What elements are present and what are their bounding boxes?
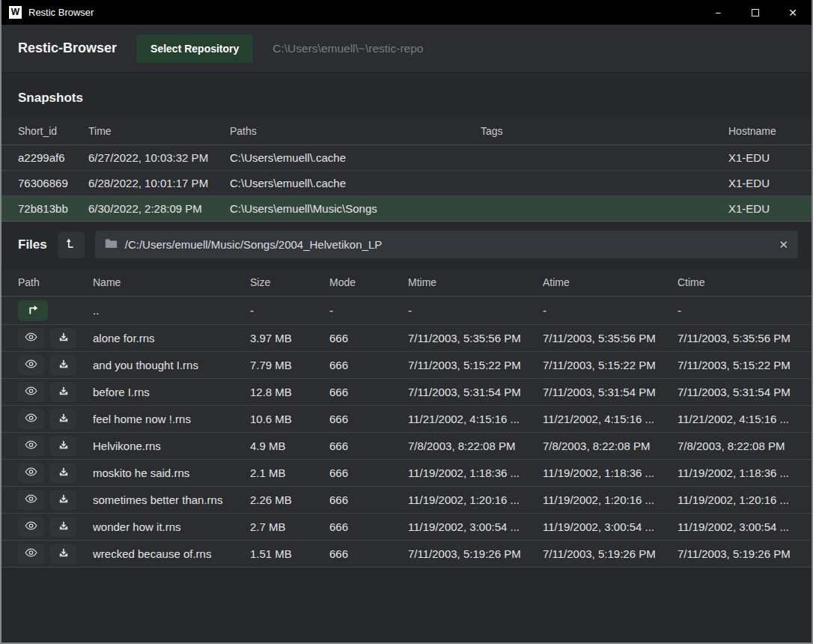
preview-button[interactable] <box>18 382 44 402</box>
snapshot-row[interactable]: 72b813bb 6/30/2022, 2:28:09 PM C:\Users\… <box>1 196 812 222</box>
column-header-ctime[interactable]: Ctime <box>678 276 798 288</box>
file-atime: 7/11/2003, 5:31:54 PM <box>543 386 678 398</box>
file-mtime: 11/19/2002, 1:20:16 ... <box>408 493 543 506</box>
files-heading: Files <box>18 237 47 252</box>
snapshots-table-header: Short_id Time Paths Tags Hostname <box>1 118 812 145</box>
file-atime: 11/19/2002, 1:18:36 ... <box>543 467 678 479</box>
minimize-icon: − <box>715 7 721 19</box>
column-header-time[interactable]: Time <box>88 125 230 137</box>
clear-path-icon[interactable]: ✕ <box>779 239 788 250</box>
eye-icon <box>25 413 37 425</box>
file-size: 4.9 MB <box>250 440 329 452</box>
file-row: feel home now !.rns 10.6 MB 666 11/21/20… <box>1 406 812 433</box>
column-header-name[interactable]: Name <box>93 276 250 288</box>
select-repository-button[interactable]: Select Repository <box>136 34 253 63</box>
snapshot-short-id: 72b813bb <box>18 202 88 215</box>
file-size: 3.97 MB <box>250 332 329 344</box>
column-header-tags[interactable]: Tags <box>481 125 728 137</box>
download-button[interactable] <box>50 382 76 402</box>
snapshot-time: 6/27/2022, 10:03:32 PM <box>88 151 230 164</box>
file-mtime: 11/21/2002, 4:15:16 ... <box>408 413 543 425</box>
eye-icon <box>25 520 37 533</box>
file-name: before I.rns <box>93 386 250 398</box>
file-mode: 666 <box>329 359 408 371</box>
preview-button[interactable] <box>18 436 44 456</box>
file-atime: 7/8/2003, 8:22:08 PM <box>543 440 678 452</box>
snapshot-short-id: a2299af6 <box>18 151 88 164</box>
download-icon <box>58 493 69 506</box>
download-icon <box>58 359 69 371</box>
download-button[interactable] <box>50 517 76 537</box>
preview-button[interactable] <box>18 328 44 348</box>
download-button[interactable] <box>50 490 76 510</box>
download-button[interactable] <box>50 328 76 348</box>
file-ctime: 7/8/2003, 8:22:08 PM <box>678 440 798 452</box>
file-atime: 7/11/2003, 5:15:22 PM <box>543 359 678 371</box>
column-header-atime[interactable]: Atime <box>543 276 678 288</box>
download-icon <box>58 547 69 560</box>
preview-button[interactable] <box>18 463 44 483</box>
snapshot-time: 6/30/2022, 2:28:09 PM <box>88 202 230 215</box>
column-header-hostname[interactable]: Hostname <box>728 125 798 137</box>
files-bar: Files /C:/Users/emuell/Music/Songs/2004_… <box>1 222 812 269</box>
file-mode: 666 <box>329 440 408 452</box>
snapshot-hostname: X1-EDU <box>728 202 798 215</box>
download-button[interactable] <box>50 544 76 564</box>
snapshot-row[interactable]: a2299af6 6/27/2022, 10:03:32 PM C:\Users… <box>1 145 812 171</box>
file-ctime: 7/11/2003, 5:19:26 PM <box>678 547 798 560</box>
file-name: wonder how it.rns <box>93 520 250 533</box>
preview-button[interactable] <box>18 409 44 429</box>
snapshots-table: a2299af6 6/27/2022, 10:03:32 PM C:\Users… <box>1 145 812 222</box>
preview-button[interactable] <box>18 355 44 375</box>
snapshot-time: 6/28/2022, 10:01:17 PM <box>88 177 230 189</box>
goto-root-button[interactable] <box>58 231 85 258</box>
download-icon <box>58 332 69 344</box>
file-mtime: 7/11/2003, 5:15:22 PM <box>408 359 543 371</box>
close-button[interactable]: ✕ <box>774 0 812 25</box>
minimize-button[interactable]: − <box>699 0 737 25</box>
maximize-button[interactable] <box>737 0 774 25</box>
file-name: feel home now !.rns <box>93 413 250 425</box>
titlebar: W Restic Browser − ✕ <box>1 0 812 25</box>
column-header-paths[interactable]: Paths <box>230 125 481 137</box>
go-parent-button[interactable] <box>18 300 48 321</box>
file-mtime: 7/11/2003, 5:31:54 PM <box>408 386 543 398</box>
file-mode: 666 <box>329 467 408 479</box>
column-header-path[interactable]: Path <box>18 276 93 288</box>
file-path-field[interactable]: /C:/Users/emuell/Music/Songs/2004_Helvet… <box>95 231 798 258</box>
file-mtime: 7/11/2003, 5:19:26 PM <box>408 547 543 560</box>
column-header-mode[interactable]: Mode <box>329 276 408 288</box>
column-header-mtime[interactable]: Mtime <box>408 276 543 288</box>
file-mtime: 11/19/2002, 3:00:54 ... <box>408 520 543 533</box>
download-button[interactable] <box>50 463 76 483</box>
preview-button[interactable] <box>18 490 44 510</box>
download-button[interactable] <box>50 355 76 375</box>
download-button[interactable] <box>50 409 76 429</box>
snapshot-hostname: X1-EDU <box>728 177 798 189</box>
file-size: 12.8 MB <box>250 386 329 398</box>
column-header-short-id[interactable]: Short_id <box>18 125 88 137</box>
snapshot-row[interactable]: 76306869 6/28/2022, 10:01:17 PM C:\Users… <box>1 171 812 196</box>
file-size: 7.79 MB <box>250 359 329 371</box>
app-title: Restic-Browser <box>18 40 117 56</box>
file-row: moskito he said.rns 2.1 MB 666 11/19/200… <box>1 460 812 487</box>
preview-button[interactable] <box>18 517 44 537</box>
snapshot-short-id: 76306869 <box>18 177 88 189</box>
file-size: 10.6 MB <box>250 413 329 425</box>
file-row: Helvikone.rns 4.9 MB 666 7/8/2003, 8:22:… <box>1 433 812 460</box>
column-header-size[interactable]: Size <box>250 276 329 288</box>
file-mode: 666 <box>329 520 408 533</box>
preview-button[interactable] <box>18 544 44 564</box>
download-icon <box>58 520 69 533</box>
file-name: wrecked because of.rns <box>93 547 250 560</box>
file-size: - <box>250 304 329 317</box>
file-row: wonder how it.rns 2.7 MB 666 11/19/2002,… <box>1 514 812 541</box>
file-name: moskito he said.rns <box>93 467 250 479</box>
file-mode: - <box>329 304 408 317</box>
file-ctime: 7/11/2003, 5:31:54 PM <box>678 386 798 398</box>
file-atime: 11/19/2002, 3:00:54 ... <box>543 520 678 533</box>
file-size: 2.1 MB <box>250 467 329 479</box>
file-name: alone for.rns <box>93 332 250 344</box>
download-button[interactable] <box>50 436 76 456</box>
file-ctime: 7/11/2003, 5:35:56 PM <box>678 332 798 344</box>
